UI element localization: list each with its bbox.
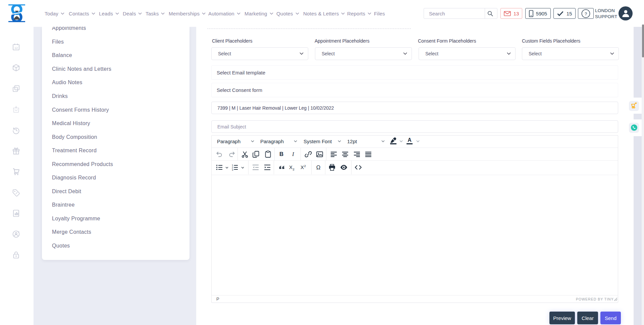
svg-text:A: A (408, 137, 412, 143)
svg-text:2: 2 (304, 164, 306, 168)
svg-text:X: X (301, 164, 304, 170)
svg-text:X: X (289, 164, 292, 170)
svg-text:12: 12 (14, 46, 18, 50)
svg-text:2: 2 (293, 167, 294, 171)
svg-text:?: ? (585, 11, 587, 16)
svg-text:3: 3 (232, 168, 233, 171)
svg-text:Ω: Ω (316, 164, 321, 171)
